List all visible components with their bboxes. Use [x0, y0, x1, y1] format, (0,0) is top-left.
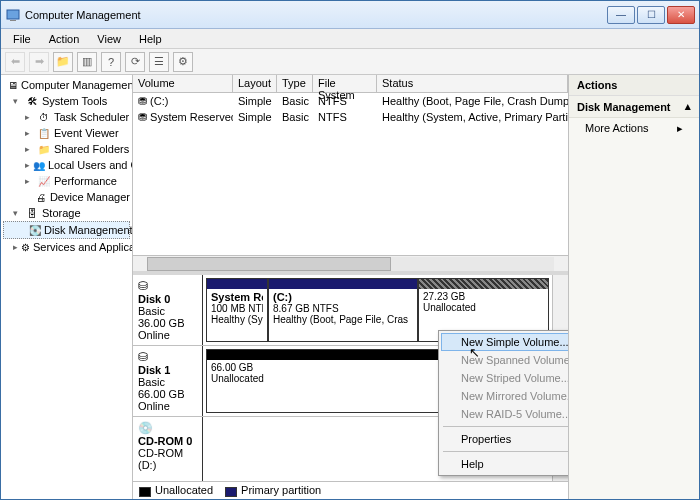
- tree-services-apps[interactable]: ▸⚙Services and Applications: [3, 239, 130, 255]
- show-hide-button[interactable]: ▥: [77, 52, 97, 72]
- disk-info[interactable]: ⛁ Disk 1 Basic 66.00 GB Online: [133, 346, 203, 416]
- tree-performance[interactable]: ▸📈Performance: [3, 173, 130, 189]
- disk-label: CD-ROM 0: [138, 435, 197, 447]
- tree-system-tools[interactable]: ▾🛠System Tools: [3, 93, 130, 109]
- services-icon: ⚙: [21, 240, 30, 254]
- properties-button[interactable]: ⚙: [173, 52, 193, 72]
- tree-event-viewer[interactable]: ▸📋Event Viewer: [3, 125, 130, 141]
- tree-storage[interactable]: ▾🗄Storage: [3, 205, 130, 221]
- tree-label: Performance: [54, 175, 117, 187]
- menu-properties[interactable]: Properties: [441, 430, 568, 448]
- disk-type: Basic: [138, 376, 197, 388]
- menu-new-striped-volume: New Striped Volume...: [441, 369, 568, 387]
- col-layout[interactable]: Layout: [233, 75, 277, 92]
- caret-right-icon: ▸: [13, 242, 18, 252]
- clock-icon: ⏱: [37, 110, 51, 124]
- hscrollbar[interactable]: [133, 255, 568, 271]
- tree-disk-management[interactable]: 💽Disk Management: [3, 221, 130, 239]
- help-button[interactable]: ?: [101, 52, 121, 72]
- col-fs[interactable]: File System: [313, 75, 377, 92]
- minimize-button[interactable]: —: [607, 6, 635, 24]
- app-icon: [5, 7, 21, 23]
- nav-tree[interactable]: 🖥Computer Management (Local) ▾🛠System To…: [1, 75, 133, 499]
- col-type[interactable]: Type: [277, 75, 313, 92]
- tree-root[interactable]: 🖥Computer Management (Local): [3, 77, 130, 93]
- menu-separator: [443, 426, 568, 427]
- menu-file[interactable]: File: [5, 31, 39, 47]
- body: 🖥Computer Management (Local) ▾🛠System To…: [1, 75, 699, 499]
- menu-help[interactable]: Help: [131, 31, 170, 47]
- tree-device-manager[interactable]: 🖨Device Manager: [3, 189, 130, 205]
- tree-label: Shared Folders: [54, 143, 129, 155]
- disk-info[interactable]: 💿 CD-ROM 0 CD-ROM (D:) No Media: [133, 417, 203, 481]
- arrow-left-icon: ⬅: [11, 55, 20, 68]
- volume-header: Volume Layout Type File System Status: [133, 75, 568, 93]
- menu-new-simple-volume[interactable]: New Simple Volume...: [441, 333, 568, 351]
- tree-label: System Tools: [42, 95, 107, 107]
- refresh-button[interactable]: ⟳: [125, 52, 145, 72]
- actions-more[interactable]: More Actions▸: [569, 118, 699, 139]
- tree-local-users[interactable]: ▸👥Local Users and Groups: [3, 157, 130, 173]
- col-status[interactable]: Status: [377, 75, 568, 92]
- disk-icon: 💽: [29, 223, 41, 237]
- col-volume[interactable]: Volume: [133, 75, 233, 92]
- disk-state: Online: [138, 400, 197, 412]
- caret-right-icon: ▸: [25, 160, 30, 170]
- volume-row[interactable]: ⛃ System Reserved (E:) Simple Basic NTFS…: [133, 109, 568, 125]
- settings-button[interactable]: ☰: [149, 52, 169, 72]
- tree-label: Computer Management (Local): [21, 79, 133, 91]
- actions-section[interactable]: Disk Management▴: [569, 96, 699, 118]
- partition-system-reserved[interactable]: System Rese 100 MB NTFS Healthy (Syst: [206, 278, 268, 342]
- tree-shared-folders[interactable]: ▸📁Shared Folders: [3, 141, 130, 157]
- forward-button[interactable]: ➡: [29, 52, 49, 72]
- menu-action[interactable]: Action: [41, 31, 88, 47]
- collapse-icon: ▴: [685, 100, 691, 113]
- tree-label: Storage: [42, 207, 81, 219]
- back-button[interactable]: ⬅: [5, 52, 25, 72]
- up-button[interactable]: 📁: [53, 52, 73, 72]
- close-button[interactable]: ✕: [667, 6, 695, 24]
- caret-right-icon: ▸: [25, 128, 34, 138]
- disk-info[interactable]: ⛁ Disk 0 Basic 36.00 GB Online: [133, 275, 203, 345]
- tree-label: Local Users and Groups: [48, 159, 133, 171]
- caret-right-icon: ▸: [25, 176, 34, 186]
- folder-icon: 📁: [37, 142, 51, 156]
- volume-rows[interactable]: ⛃ (C:) Simple Basic NTFS Healthy (Boot, …: [133, 93, 568, 255]
- svg-rect-1: [10, 20, 16, 21]
- device-icon: 🖨: [35, 190, 47, 204]
- menubar: File Action View Help: [1, 29, 699, 49]
- scroll-thumb[interactable]: [147, 257, 391, 271]
- menu-view[interactable]: View: [89, 31, 129, 47]
- computer-icon: 🖥: [8, 78, 18, 92]
- actions-pane: Actions Disk Management▴ More Actions▸: [569, 75, 699, 499]
- context-menu: New Simple Volume... New Spanned Volume.…: [438, 330, 568, 476]
- caret-right-icon: ▸: [25, 112, 34, 122]
- partition-bar-icon: [269, 279, 417, 289]
- disk-label: Disk 1: [138, 364, 197, 376]
- partition-c[interactable]: (C:) 8.67 GB NTFS Healthy (Boot, Page Fi…: [268, 278, 418, 342]
- legend-label: Unallocated: [155, 484, 213, 496]
- disk-sub: CD-ROM (D:): [138, 447, 197, 471]
- disk-icon: ⛁: [138, 350, 197, 364]
- perf-icon: 📈: [37, 174, 51, 188]
- app-window: Computer Management — ☐ ✕ File Action Vi…: [0, 0, 700, 500]
- menu-help[interactable]: Help: [441, 455, 568, 473]
- tree-label: Device Manager: [50, 191, 130, 203]
- volume-row[interactable]: ⛃ (C:) Simple Basic NTFS Healthy (Boot, …: [133, 93, 568, 109]
- users-icon: 👥: [33, 158, 45, 172]
- caret-down-icon: ▾: [13, 96, 22, 106]
- list-icon: ☰: [154, 55, 164, 68]
- disk-size: 36.00 GB: [138, 317, 197, 329]
- center-pane: Volume Layout Type File System Status ⛃ …: [133, 75, 569, 499]
- chevron-right-icon: ▸: [677, 122, 683, 135]
- actions-header: Actions: [569, 75, 699, 96]
- tree-label: Services and Applications: [33, 241, 133, 253]
- maximize-button[interactable]: ☐: [637, 6, 665, 24]
- titlebar[interactable]: Computer Management — ☐ ✕: [1, 1, 699, 29]
- caret-right-icon: ▸: [25, 144, 34, 154]
- tools-icon: 🛠: [25, 94, 39, 108]
- tree-task-scheduler[interactable]: ▸⏱Task Scheduler: [3, 109, 130, 125]
- menu-new-raid5-volume: New RAID-5 Volume...: [441, 405, 568, 423]
- drive-icon: ⛃: [138, 111, 147, 123]
- disk-state: Online: [138, 329, 197, 341]
